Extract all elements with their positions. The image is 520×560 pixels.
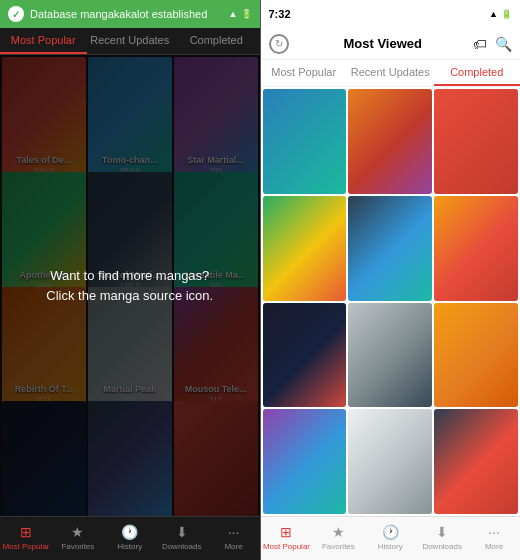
list-item[interactable]: Beelzebub 246 [263, 303, 347, 408]
right-nav-label-history: History [378, 542, 403, 551]
right-nav-item-more[interactable]: ··· More [468, 521, 520, 554]
manga-cover [263, 196, 347, 301]
download-icon: ⬇ [436, 524, 448, 540]
nav-label-most-popular: Most Popular [2, 542, 49, 551]
signal-icon: ▲ [229, 9, 238, 19]
manga-cover [263, 89, 347, 194]
right-nav-label-more: More [485, 542, 503, 551]
right-nav-item-favorites[interactable]: ★ Favorites [312, 521, 364, 554]
right-nav-label-most-popular: Most Popular [263, 542, 310, 551]
nav-item-history[interactable]: 🕐 History [104, 521, 156, 554]
right-header: ↻ Most Viewed 🏷 🔍 [261, 28, 521, 60]
manga-cover [348, 196, 432, 301]
manga-cover [434, 409, 518, 514]
more-icon: ··· [228, 524, 240, 540]
overlay-text: Want to find more mangas? Click the mang… [26, 266, 233, 305]
right-nav-item-history[interactable]: 🕐 History [364, 521, 416, 554]
right-tabs: Most Popular Recent Updates Completed [261, 60, 521, 87]
nav-label-downloads: Downloads [162, 542, 202, 551]
manga-cover [263, 303, 347, 408]
left-status-icons: ▲ 🔋 [229, 9, 252, 19]
left-bottom-nav: ⊞ Most Popular ★ Favorites 🕐 History ⬇ D… [0, 516, 260, 560]
list-item[interactable]: Baki 277 [434, 89, 518, 194]
nav-label-history: History [117, 542, 142, 551]
list-item[interactable]: Initial D 719.7 [434, 303, 518, 408]
grid-icon: ⊞ [280, 524, 292, 540]
left-status-bar: Database mangakakalot established ▲ 🔋 [0, 0, 260, 28]
right-header-actions: 🏷 🔍 [473, 36, 512, 52]
manga-cover [434, 303, 518, 408]
right-nav-label-favorites: Favorites [322, 542, 355, 551]
refresh-icon[interactable]: ↻ [269, 34, 289, 54]
nav-label-favorites: Favorites [61, 542, 94, 551]
nav-item-more[interactable]: ··· More [208, 521, 260, 554]
manga-cover [348, 89, 432, 194]
right-tab-completed[interactable]: Completed [434, 60, 521, 86]
star-icon: ★ [332, 524, 345, 540]
right-nav-item-downloads[interactable]: ⬇ Downloads [416, 521, 468, 554]
battery-icon: 🔋 [501, 9, 512, 19]
grid-icon: ⊞ [20, 524, 32, 540]
list-item[interactable]: Tomo-chan... 953.6 [263, 89, 347, 194]
right-bottom-nav: ⊞ Most Popular ★ Favorites 🕐 History ⬇ D… [261, 516, 521, 560]
list-item[interactable] [263, 409, 347, 514]
manga-cover [348, 409, 432, 514]
list-item[interactable]: Saotome Gir... 124.5 [434, 196, 518, 301]
manga-cover [348, 303, 432, 408]
list-item[interactable]: Tough 426 [348, 303, 432, 408]
history-icon: 🕐 [121, 524, 138, 540]
wifi-icon: ▲ [489, 9, 498, 19]
right-tab-most-popular[interactable]: Most Popular [261, 60, 348, 86]
list-item[interactable] [434, 409, 518, 514]
right-nav-item-most-popular[interactable]: ⊞ Most Popular [261, 521, 313, 554]
right-nav-label-downloads: Downloads [422, 542, 462, 551]
right-tab-recent-updates[interactable]: Recent Updates [347, 60, 434, 86]
list-item[interactable]: JoJo's Bizar... 158 [348, 196, 432, 301]
manga-cover [434, 89, 518, 194]
manga-cover [263, 409, 347, 514]
list-item[interactable]: History's Str... 583.5 [348, 89, 432, 194]
left-panel: Database mangakakalot established ▲ 🔋 Mo… [0, 0, 260, 560]
history-icon: 🕐 [382, 524, 399, 540]
right-manga-grid: Tomo-chan... 953.6 History's Str... 583.… [261, 87, 521, 516]
list-item[interactable]: Fairy Tail 545 [263, 196, 347, 301]
list-item[interactable] [348, 409, 432, 514]
nav-item-most-popular[interactable]: ⊞ Most Popular [0, 521, 52, 554]
right-status-bar: 7:32 ▲ 🔋 [261, 0, 521, 28]
left-manga-grid: Tales of De... 270.5 Tomo-chan... 953.6 … [0, 55, 260, 516]
nav-item-downloads[interactable]: ⬇ Downloads [156, 521, 208, 554]
left-tabs: Most Popular Recent Updates Completed [0, 28, 260, 55]
search-icon[interactable]: 🔍 [495, 36, 512, 52]
battery-icon: 🔋 [241, 9, 252, 19]
more-icon: ··· [488, 524, 500, 540]
source-discovery-overlay: Want to find more mangas? Click the mang… [0, 55, 260, 516]
download-icon: ⬇ [176, 524, 188, 540]
right-header-title: Most Viewed [293, 36, 474, 51]
right-status-icons: ▲ 🔋 [489, 9, 512, 19]
left-tab-completed[interactable]: Completed [173, 28, 260, 54]
star-icon: ★ [71, 524, 84, 540]
right-time: 7:32 [269, 8, 291, 20]
left-tab-most-popular[interactable]: Most Popular [0, 28, 87, 54]
check-circle-icon [8, 6, 24, 22]
right-panel: 7:32 ▲ 🔋 ↻ Most Viewed 🏷 🔍 Most Popular … [261, 0, 521, 560]
tag-icon[interactable]: 🏷 [473, 36, 487, 52]
manga-cover [434, 196, 518, 301]
status-message: Database mangakakalot established [30, 8, 207, 20]
nav-item-favorites[interactable]: ★ Favorites [52, 521, 104, 554]
nav-label-more: More [224, 542, 242, 551]
left-tab-recent-updates[interactable]: Recent Updates [87, 28, 174, 54]
